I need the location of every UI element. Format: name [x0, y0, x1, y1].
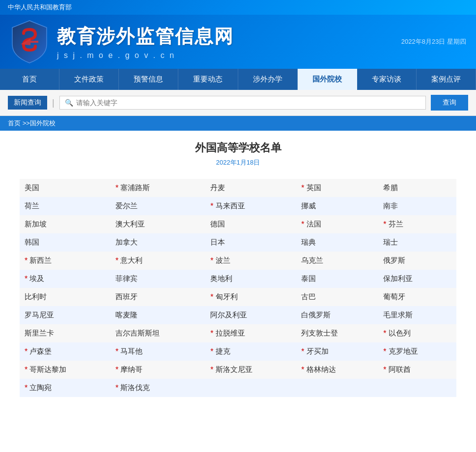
breadcrumb-home[interactable]: 首页	[8, 119, 21, 127]
nav-item-7[interactable]: 案例点评	[417, 69, 476, 90]
country-cell[interactable]: *格林纳达	[296, 361, 378, 379]
country-cell[interactable]: 奥地利	[205, 270, 296, 288]
star-icon: *	[383, 366, 386, 374]
breadcrumb: 首页 >>国外院校	[0, 116, 476, 131]
country-cell[interactable]: *意大利	[111, 252, 205, 270]
country-cell[interactable]: 日本	[205, 233, 296, 252]
country-cell[interactable]: 挪威	[296, 197, 378, 215]
country-cell[interactable]: *法国	[296, 215, 378, 233]
country-cell[interactable]: *捷克	[205, 342, 296, 361]
country-cell[interactable]: 比利时	[20, 288, 111, 306]
country-cell[interactable]: 丹麦	[205, 179, 296, 197]
search-input[interactable]	[76, 99, 420, 107]
country-cell[interactable]: 菲律宾	[111, 270, 205, 288]
country-name: 日本	[210, 238, 225, 247]
country-cell[interactable]: *克罗地亚	[378, 342, 456, 361]
country-cell[interactable]: 古巴	[296, 288, 378, 306]
header-logo: 教育涉外监管信息网 j s j . m o e . g o v . c n	[10, 20, 234, 64]
country-cell[interactable]: *哥斯达黎加	[20, 361, 111, 379]
search-bar: 新闻查询 | 🔍 查询	[0, 90, 476, 116]
country-cell[interactable]: *埃及	[20, 270, 111, 288]
country-cell[interactable]: 新加坡	[20, 215, 111, 233]
country-cell[interactable]: 保加利亚	[378, 270, 456, 288]
country-cell[interactable]: *芬兰	[378, 215, 456, 233]
country-cell[interactable]: *新西兰	[20, 252, 111, 270]
country-cell[interactable]: 毛里求斯	[378, 306, 456, 324]
country-cell[interactable]: *立陶宛	[20, 379, 111, 397]
star-icon: *	[210, 202, 213, 211]
country-cell[interactable]: *牙买加	[296, 342, 378, 361]
country-cell[interactable]: 俄罗斯	[378, 252, 456, 270]
country-cell[interactable]: 希腊	[378, 179, 456, 197]
country-cell[interactable]: 喀麦隆	[111, 306, 205, 324]
country-name: 西班牙	[115, 292, 138, 302]
country-cell[interactable]: 吉尔吉斯斯坦	[111, 324, 205, 342]
nav-item-4[interactable]: 涉外办学	[238, 69, 298, 90]
country-cell[interactable]: *马耳他	[111, 342, 205, 361]
star-icon: *	[210, 347, 213, 356]
nav-item-3[interactable]: 重要动态	[178, 69, 238, 90]
country-table: 美国*塞浦路斯丹麦*英国希腊荷兰爱尔兰*马来西亚挪威南非新加坡澳大利亚德国*法国…	[20, 179, 456, 397]
nav-item-5[interactable]: 国外院校	[298, 69, 357, 90]
country-cell[interactable]: *以色列	[378, 324, 456, 342]
country-cell[interactable]: *波兰	[205, 252, 296, 270]
country-name: 丹麦	[210, 183, 225, 193]
country-name: 新西兰	[29, 256, 52, 265]
country-cell[interactable]: 阿尔及利亚	[205, 306, 296, 324]
country-cell[interactable]: *阿联酋	[378, 361, 456, 379]
nav-item-1[interactable]: 文件政策	[59, 69, 119, 90]
country-cell[interactable]: *拉脱维亚	[205, 324, 296, 342]
country-cell[interactable]: 爱尔兰	[111, 197, 205, 215]
country-cell[interactable]: *马来西亚	[205, 197, 296, 215]
country-name: 斯洛文尼亚	[216, 365, 252, 374]
nav-item-2[interactable]: 预警信息	[119, 69, 178, 90]
country-cell[interactable]: 荷兰	[20, 197, 111, 215]
star-icon: *	[301, 347, 304, 356]
country-cell[interactable]: *英国	[296, 179, 378, 197]
page-title: 外国高等学校名单	[20, 141, 456, 155]
country-cell[interactable]: *摩纳哥	[111, 361, 205, 379]
country-cell[interactable]: 罗马尼亚	[20, 306, 111, 324]
country-cell[interactable]: 瑞典	[296, 233, 378, 252]
country-cell[interactable]: *塞浦路斯	[111, 179, 205, 197]
country-cell[interactable]: 美国	[20, 179, 111, 197]
table-row: 新加坡澳大利亚德国*法国*芬兰	[20, 215, 456, 233]
country-cell[interactable]: *匈牙利	[205, 288, 296, 306]
table-row: *哥斯达黎加*摩纳哥*斯洛文尼亚*格林纳达*阿联酋	[20, 361, 456, 379]
country-cell[interactable]: 葡萄牙	[378, 288, 456, 306]
country-cell[interactable]: 斯里兰卡	[20, 324, 111, 342]
country-cell[interactable]: *斯洛伐克	[111, 379, 205, 397]
nav-item-0[interactable]: 首页	[0, 69, 59, 90]
country-cell[interactable]: 白俄罗斯	[296, 306, 378, 324]
country-cell[interactable]: 瑞士	[378, 233, 456, 252]
country-name: 牙买加	[307, 347, 329, 356]
country-name: 古巴	[301, 292, 316, 302]
country-name: 波兰	[216, 256, 230, 265]
country-cell	[296, 379, 378, 397]
country-cell[interactable]: *斯洛文尼亚	[205, 361, 296, 379]
star-icon: *	[210, 366, 213, 374]
country-cell[interactable]: 泰国	[296, 270, 378, 288]
country-cell[interactable]: 南非	[378, 197, 456, 215]
country-cell[interactable]: 西班牙	[111, 288, 205, 306]
country-cell[interactable]: 乌克兰	[296, 252, 378, 270]
country-name: 白俄罗斯	[301, 311, 331, 320]
nav-item-6[interactable]: 专家访谈	[357, 69, 417, 90]
star-icon: *	[115, 256, 118, 265]
star-icon: *	[301, 366, 304, 374]
search-button[interactable]: 查询	[431, 95, 468, 111]
country-cell[interactable]: 德国	[205, 215, 296, 233]
country-cell[interactable]: 加拿大	[111, 233, 205, 252]
star-icon: *	[25, 347, 28, 356]
country-cell[interactable]: 韩国	[20, 233, 111, 252]
country-name: 立陶宛	[29, 383, 52, 393]
country-cell[interactable]: *卢森堡	[20, 342, 111, 361]
table-row: *埃及菲律宾奥地利泰国保加利亚	[20, 270, 456, 288]
table-row: 比利时西班牙*匈牙利古巴葡萄牙	[20, 288, 456, 306]
country-cell[interactable]: 列支敦士登	[296, 324, 378, 342]
country-name: 格林纳达	[307, 365, 336, 374]
country-name: 斯里兰卡	[25, 329, 54, 338]
country-name: 英国	[307, 183, 321, 193]
star-icon: *	[383, 329, 386, 338]
country-cell[interactable]: 澳大利亚	[111, 215, 205, 233]
